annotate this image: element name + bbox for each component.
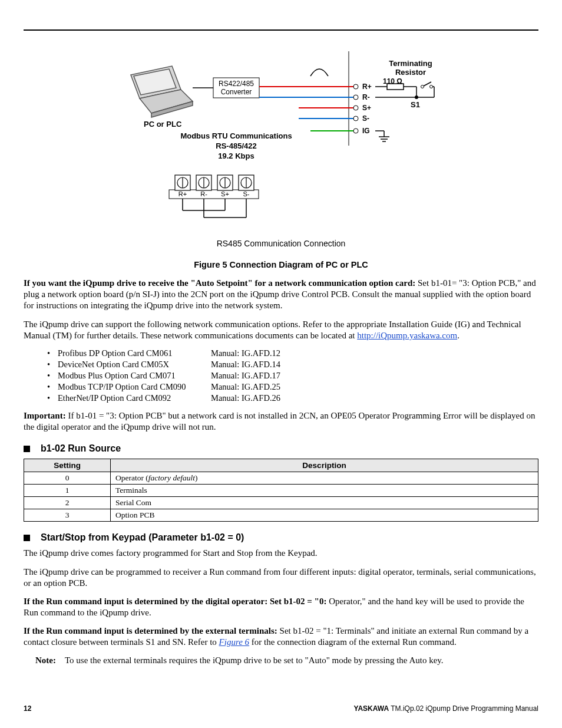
splus: S+ [362, 104, 371, 112]
option-card-list: •Profibus DP Option Card CM061Manual: IG… [24, 348, 538, 403]
comm-l3: 19.2 Kbps [218, 151, 254, 160]
comm-l1: Modbus RTU Communications [180, 131, 292, 140]
page-number: 12 [24, 704, 31, 713]
para-run-sources: The iQpump drive can be programmed to re… [24, 566, 538, 589]
conn-rplus: R+ [178, 190, 187, 197]
svg-point-15 [353, 116, 358, 121]
svg-rect-23 [387, 84, 404, 90]
svg-point-31 [421, 85, 424, 88]
pc-plc-label: PC or PLC [144, 120, 182, 129]
footer-brand: YASKAWA [354, 704, 389, 713]
rminus: R- [362, 93, 370, 101]
comm-l2: RS-485/422 [216, 141, 256, 150]
para-network-support: The iQpump drive can support the followi… [24, 319, 538, 341]
iqpump-link[interactable]: http://iQpump.yaskawa.com [357, 331, 457, 340]
table-row: 1Terminals [24, 485, 538, 497]
converter-l2: Converter [221, 88, 252, 96]
para-digital-operator: If the Run command input is determined b… [24, 596, 538, 618]
conn-sminus: S- [243, 190, 250, 197]
s1-label: S1 [411, 100, 420, 109]
table-row: 3Option PCB [24, 509, 538, 522]
section-b1-02: b1-02 Run Source [24, 443, 538, 454]
connection-diagram: PC or PLC RS422/485 Converter Modbus RTU… [24, 45, 538, 254]
term-res-2: Resistor [395, 68, 426, 77]
b1-02-table: Setting Description 0Operator (factory d… [24, 459, 538, 522]
list-item: •Modbus TCP/IP Option Card CM090Manual: … [24, 382, 538, 392]
svg-point-12 [353, 84, 358, 89]
term-res-1: Terminating [389, 59, 432, 68]
converter-l1: RS422/485 [219, 80, 254, 88]
svg-point-13 [353, 95, 358, 100]
para-option-card: If you want the iQpump drive to receive … [24, 278, 538, 312]
figure-title: Figure 5 Connection Diagram of PC or PLC [24, 260, 538, 269]
list-item: •EtherNet/IP Option Card CM092Manual: IG… [24, 393, 538, 403]
conn-rminus: R- [200, 190, 207, 197]
table-row: 2Serial Com [24, 497, 538, 509]
svg-point-14 [353, 106, 358, 110]
rplus: R+ [362, 83, 372, 91]
svg-point-32 [430, 85, 433, 88]
th-setting: Setting [24, 459, 111, 472]
diagram-caption: RS485 Communication Connection [116, 239, 446, 248]
figure6-link[interactable]: Figure 6 [219, 637, 250, 647]
square-bullet-icon [24, 446, 30, 452]
square-bullet-icon [24, 535, 30, 541]
para-important: Important: If b1-01 = "3: Option PCB" bu… [24, 410, 538, 433]
list-item: •Profibus DP Option Card CM061Manual: IG… [24, 348, 538, 358]
svg-point-27 [415, 95, 418, 99]
para-external-terminals: If the Run command input is determined b… [24, 625, 538, 648]
note: Note: To use the external terminals requ… [35, 655, 538, 666]
th-description: Description [111, 459, 538, 472]
svg-point-16 [353, 129, 358, 133]
list-item: •Modbus Plus Option Card CM071Manual: IG… [24, 371, 538, 381]
sminus: S- [362, 114, 369, 123]
footer-doc: TM.iQp.02 iQpump Drive Programming Manua… [389, 704, 538, 713]
top-rule [24, 29, 538, 31]
ig: IG [362, 127, 370, 135]
diagram-svg: PC or PLC RS422/485 Converter Modbus RTU… [116, 51, 446, 234]
page-footer: 12 YASKAWA TM.iQp.02 iQpump Drive Progra… [24, 704, 538, 713]
section-start-stop: Start/Stop from Keypad (Parameter b1-02 … [24, 532, 538, 543]
table-row: 0Operator (factory default) [24, 472, 538, 485]
list-item: •DeviceNet Option Card CM05XManual: IG.A… [24, 360, 538, 370]
para-factory: The iQpump drive comes factory programme… [24, 548, 538, 559]
conn-splus: S+ [221, 190, 229, 197]
